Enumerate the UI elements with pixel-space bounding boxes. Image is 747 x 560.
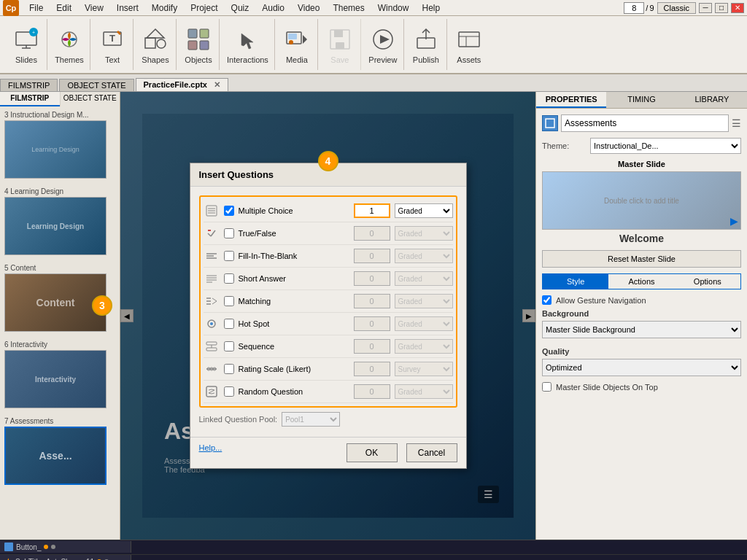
svg-text:T: T: [109, 33, 115, 44]
allow-gesture-checkbox[interactable]: [542, 295, 551, 305]
toolbar-objects[interactable]: Objects: [178, 19, 220, 70]
props-tab-properties[interactable]: PROPERTIES: [536, 92, 606, 108]
fs-tab-filmstrip[interactable]: FILMSTRIP: [0, 92, 60, 106]
slide-thumb-7[interactable]: 7 Assessments Asse...: [0, 413, 120, 489]
toolbar-slides[interactable]: + Slides: [6, 19, 47, 70]
likert-checkbox[interactable]: [224, 364, 234, 374]
tab-object-state[interactable]: OBJECT STATE: [59, 79, 133, 91]
mc-icon: [204, 203, 220, 219]
master-objects-checkbox[interactable]: [542, 382, 551, 392]
mc-type[interactable]: Graded: [395, 203, 453, 218]
rq-checkbox[interactable]: [224, 386, 234, 397]
menu-view[interactable]: View: [79, 1, 109, 15]
text-label: Text: [105, 55, 120, 64]
seq-type: Graded: [395, 339, 453, 354]
menu-bar: Cp File Edit View Insert Modify Project …: [0, 0, 747, 16]
background-select[interactable]: Master Slide Background: [542, 321, 741, 338]
tl-row-button: Button_: [0, 540, 747, 555]
toolbar-assets[interactable]: Assets: [449, 19, 489, 70]
svg-marker-16: [303, 35, 307, 44]
slide-thumb-5[interactable]: 5 Content Content 3: [0, 260, 120, 336]
tab-bar: FILMSTRIP OBJECT STATE PracticeFile.cptx…: [0, 74, 747, 92]
sa-tab-style[interactable]: Style: [543, 274, 608, 289]
props-tab-library[interactable]: LIBRARY: [677, 92, 747, 108]
toolbar-preview[interactable]: Preview: [363, 19, 404, 70]
menu-window[interactable]: Window: [372, 1, 415, 15]
cancel-button[interactable]: Cancel: [406, 443, 457, 462]
tf-type: Graded: [395, 226, 453, 241]
match-type: Graded: [395, 294, 453, 308]
menu-help[interactable]: Help: [416, 1, 446, 15]
theme-select[interactable]: Instructional_De...: [590, 138, 741, 154]
svg-point-10: [157, 39, 166, 48]
panel-menu-icon[interactable]: ☰: [732, 117, 741, 129]
likert-type: Survey: [395, 362, 453, 376]
maximize-button[interactable]: □: [715, 3, 728, 13]
tab-file[interactable]: PracticeFile.cptx ✕: [136, 78, 229, 91]
menu-video[interactable]: Video: [292, 1, 325, 15]
themes-icon: [55, 25, 84, 54]
quality-select[interactable]: Optimized: [542, 359, 741, 376]
tl-name-button: Button_: [16, 543, 41, 551]
menu-file[interactable]: File: [23, 1, 49, 15]
menu-quiz[interactable]: Quiz: [225, 1, 255, 15]
media-label: Media: [286, 55, 308, 64]
linked-pool-row: Linked Question Pool: Pool1: [199, 408, 457, 428]
tf-icon: [204, 225, 220, 241]
classic-mode-button[interactable]: Classic: [657, 2, 696, 14]
tf-checkbox[interactable]: [224, 228, 234, 238]
sa-tab-actions[interactable]: Actions: [608, 274, 674, 289]
filmstrip-panel: FILMSTRIP OBJECT STATE 3 Instructional D…: [0, 92, 120, 540]
help-link[interactable]: Help...: [199, 443, 222, 462]
slide-nav: / 9: [624, 2, 654, 14]
properties-content: ☰ Theme: Instructional_De... Master Slid…: [536, 109, 747, 540]
hs-label: Hot Spot: [239, 319, 354, 328]
menu-project[interactable]: Project: [185, 1, 223, 15]
main-layout: FILMSTRIP OBJECT STATE 3 Instructional D…: [0, 92, 747, 540]
menu-edit[interactable]: Edit: [50, 1, 77, 15]
close-button[interactable]: ✕: [731, 3, 744, 13]
fitb-checkbox[interactable]: [224, 251, 234, 261]
slide-thumb-6[interactable]: 6 Interactivity Interactivity: [0, 336, 120, 413]
tab-filmstrip[interactable]: FILMSTRIP: [0, 79, 58, 91]
mc-count[interactable]: [354, 203, 390, 218]
ok-button[interactable]: OK: [347, 443, 398, 462]
slide-current-input[interactable]: [624, 2, 644, 14]
toolbar-media[interactable]: Media: [276, 19, 318, 70]
mc-checkbox[interactable]: [224, 206, 234, 216]
menu-audio[interactable]: Audio: [256, 1, 290, 15]
props-tab-timing[interactable]: TIMING: [606, 92, 676, 108]
filmstrip-scroll[interactable]: 3 Instructional Design M... Learning Des…: [0, 106, 120, 540]
slide-thumb-3[interactable]: 3 Instructional Design M... Learning Des…: [0, 106, 120, 183]
toolbar-shapes[interactable]: Shapes: [135, 19, 177, 70]
slide-thumb-4[interactable]: 4 Learning Design Learning Design: [0, 183, 120, 260]
minimize-button[interactable]: ─: [699, 3, 712, 13]
toolbar-interactions[interactable]: Interactions: [221, 19, 275, 70]
menu-modify[interactable]: Modify: [146, 1, 183, 15]
svg-rect-51: [206, 348, 217, 351]
toolbar-publish[interactable]: Publish: [406, 19, 447, 70]
fs-tab-object-state[interactable]: OBJECT STATE: [61, 92, 120, 106]
tl-label-button: Button_: [0, 541, 131, 553]
seq-checkbox[interactable]: [224, 341, 234, 351]
menu-themes[interactable]: Themes: [327, 1, 370, 15]
linked-pool-select[interactable]: Pool1: [282, 412, 340, 427]
slide-label-6: 6 Interactivity: [4, 341, 115, 349]
sa-label: Short Answer: [239, 274, 354, 283]
tab-close-icon[interactable]: ✕: [214, 80, 220, 89]
canvas-area[interactable]: Assess AssessmentsThe feedba ☰ ◀ ▶ 4 Ins…: [120, 92, 535, 540]
svg-rect-26: [459, 32, 479, 47]
sa-checkbox[interactable]: [224, 273, 234, 284]
menu-insert[interactable]: Insert: [111, 1, 144, 15]
hs-checkbox[interactable]: [224, 319, 234, 329]
toolbar-themes[interactable]: Themes: [49, 19, 90, 70]
panel-title-input[interactable]: [561, 114, 729, 132]
sa-tab-options[interactable]: Options: [675, 274, 740, 289]
toolbar-text[interactable]: T Text: [92, 19, 133, 70]
svg-rect-20: [334, 30, 343, 37]
mc-label: Multiple Choice: [239, 206, 354, 215]
reset-master-button[interactable]: Reset Master Slide: [542, 250, 741, 268]
assets-label: Assets: [457, 55, 481, 64]
slide-label-7: 7 Assessments: [4, 417, 115, 425]
match-checkbox[interactable]: [224, 296, 234, 306]
